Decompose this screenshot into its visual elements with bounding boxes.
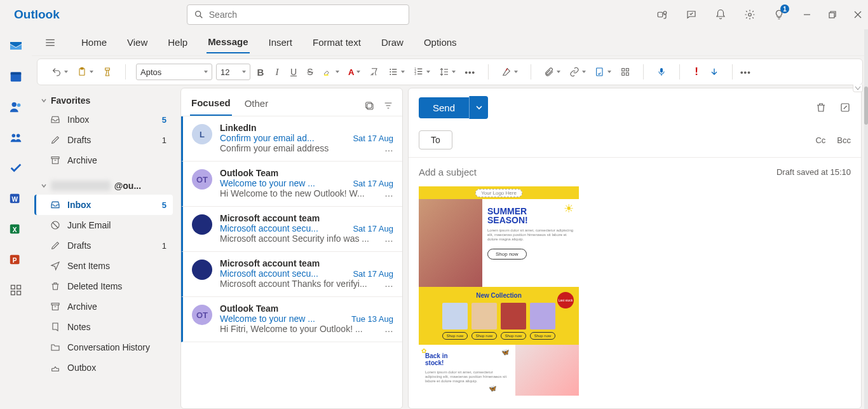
strikethrough-button[interactable]: S [304, 64, 316, 80]
svg-rect-24 [17, 291, 21, 295]
hero-image [419, 199, 482, 287]
scrollbar[interactable] [864, 29, 868, 409]
hamburger-icon[interactable] [44, 37, 56, 48]
more-apps-icon[interactable] [8, 282, 24, 298]
folder-sent[interactable]: Sent Items [34, 256, 173, 276]
close-window-icon[interactable] [854, 11, 862, 18]
high-importance-button[interactable]: ! [690, 64, 703, 80]
clear-format-button[interactable] [367, 64, 382, 80]
numbering-button[interactable]: 123 [411, 64, 433, 80]
tab-other[interactable]: Other [243, 95, 270, 115]
favorites-section[interactable]: Favorites [34, 92, 173, 109]
message-item[interactable]: Microsoft account team Microsoft account… [181, 207, 402, 252]
message-item[interactable]: Microsoft account team Microsoft account… [181, 252, 402, 297]
search-box[interactable] [187, 4, 409, 25]
tab-insert[interactable]: Insert [268, 32, 294, 53]
shop-now-button[interactable]: Shop now [487, 249, 527, 260]
font-color-button[interactable]: A [346, 64, 363, 80]
maximize-icon[interactable] [829, 11, 836, 18]
mail-app-icon[interactable] [8, 38, 24, 53]
folder-notes[interactable]: Notes [34, 317, 173, 337]
tab-message[interactable]: Message [207, 31, 249, 53]
highlight-button[interactable] [320, 64, 342, 80]
dictate-button[interactable] [654, 64, 669, 80]
junk-icon [50, 219, 61, 231]
search-input[interactable] [209, 10, 402, 20]
to-button[interactable]: To [419, 130, 452, 149]
folder-inbox[interactable]: Inbox5 [34, 195, 173, 215]
fav-drafts[interactable]: Drafts1 [34, 130, 173, 150]
folder-junk[interactable]: Junk Email [34, 215, 173, 235]
discard-icon[interactable] [815, 102, 827, 113]
outbox-icon [50, 362, 61, 373]
fav-archive[interactable]: Archive [34, 150, 173, 170]
select-mode-icon[interactable] [364, 101, 374, 111]
calendar-app-icon[interactable] [8, 69, 24, 84]
apps-button[interactable] [618, 64, 633, 80]
gear-icon[interactable] [743, 8, 756, 21]
italic-button[interactable]: I [271, 64, 283, 80]
folder-archive[interactable]: Archive [34, 296, 173, 317]
filter-icon[interactable] [383, 101, 393, 111]
message-item[interactable]: OT Outlook Team Welcome to your new ...T… [181, 297, 402, 342]
inbox-icon [50, 114, 61, 125]
ribbon-overflow-button[interactable]: ••• [738, 64, 754, 80]
powerpoint-app-icon[interactable]: P [8, 252, 24, 267]
word-app-icon[interactable]: W [8, 191, 24, 206]
bullets-button[interactable] [386, 64, 407, 80]
fav-inbox[interactable]: Inbox5 [34, 109, 173, 130]
paste-button[interactable] [74, 64, 96, 80]
people-app-icon[interactable] [8, 99, 24, 114]
tab-focused[interactable]: Focused [190, 95, 232, 116]
svg-line-1 [200, 16, 202, 18]
bold-button[interactable]: B [254, 64, 267, 80]
tips-icon[interactable]: 1 [773, 8, 785, 21]
tab-view[interactable]: View [126, 32, 149, 53]
email-body[interactable]: Your Logo Here ☀ SUMMER SEASON! Lorem ip… [409, 186, 861, 408]
message-item[interactable]: L LinkedIn Confirm your email ad...Sat 1… [181, 116, 402, 162]
folder-conversation-history[interactable]: Conversation History [34, 337, 173, 357]
folder-icon [50, 342, 61, 353]
account-section[interactable]: xxxxxxxxxxx@ou... [34, 177, 173, 195]
link-button[interactable] [567, 64, 588, 80]
folder-drafts[interactable]: Drafts1 [34, 235, 173, 256]
tab-help[interactable]: Help [166, 32, 189, 53]
message-item[interactable]: OT Outlook Team Welcome to your new ...S… [181, 162, 402, 207]
teams-icon[interactable] [656, 8, 668, 21]
attach-button[interactable] [541, 64, 563, 80]
styles-button[interactable] [499, 64, 520, 80]
folder-outbox[interactable]: Outbox [34, 357, 173, 378]
subject-input[interactable] [419, 167, 776, 177]
excel-app-icon[interactable]: X [8, 221, 24, 237]
bcc-button[interactable]: Bcc [837, 135, 851, 145]
tab-draw[interactable]: Draw [380, 32, 405, 53]
groups-app-icon[interactable] [8, 130, 24, 145]
tab-options[interactable]: Options [423, 32, 458, 53]
message-list-pane: Focused Other L LinkedIn Confirm your em… [180, 88, 403, 409]
ribbon-expand-icon[interactable] [853, 85, 863, 92]
undo-button[interactable] [49, 64, 71, 80]
signature-button[interactable] [592, 64, 614, 80]
send-button[interactable]: Send [419, 97, 469, 118]
ribbon: Aptos 12 B I U S A 123 ••• [37, 59, 863, 85]
font-size-select[interactable]: 12 [216, 64, 250, 80]
underline-button[interactable]: U [287, 64, 300, 80]
format-painter-button[interactable] [100, 64, 115, 80]
drafts-icon [50, 134, 61, 146]
tab-format-text[interactable]: Format text [311, 32, 362, 53]
popout-icon[interactable] [839, 102, 851, 113]
send-options-button[interactable] [469, 96, 488, 119]
font-family-select[interactable]: Aptos [136, 64, 212, 80]
todo-app-icon[interactable] [8, 160, 24, 176]
low-importance-button[interactable] [707, 64, 722, 80]
more-formatting-button[interactable]: ••• [462, 64, 478, 80]
inbox-icon [50, 199, 61, 211]
line-spacing-button[interactable] [437, 64, 458, 80]
folder-deleted[interactable]: Deleted Items [34, 276, 173, 296]
minimize-icon[interactable] [803, 11, 811, 18]
tab-home[interactable]: Home [80, 32, 108, 53]
cc-button[interactable]: Cc [815, 135, 825, 145]
bell-icon[interactable] [714, 8, 727, 21]
chat-check-icon[interactable] [685, 8, 698, 21]
avatar [192, 214, 212, 235]
